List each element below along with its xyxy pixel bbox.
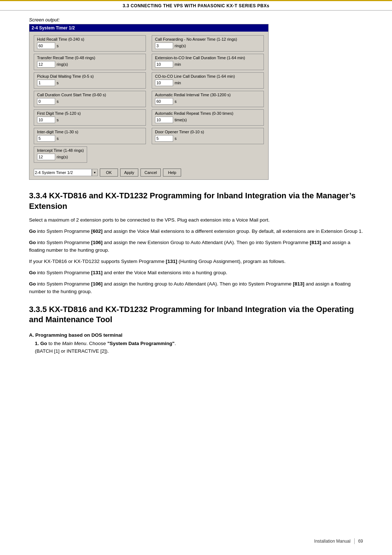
dialog-titlebar: 2-4 System Timer 1/2 [29,24,268,32]
footer-divider [354,538,355,544]
field-call-fwd-label: Call Forwarding - No Answer Time (1-12 r… [155,37,261,41]
btn-help[interactable]: Help [163,169,181,177]
field-inter-digit: Inter-digit Time (1-30 s) s [34,128,146,144]
section-334-para-2: Go into System Programme [602] and assig… [29,228,363,235]
field-call-dur-count-label: Call Duration Count Start Time (0-60 s) [37,93,143,97]
field-door-opener-input[interactable] [155,135,173,142]
field-co-co-input[interactable] [155,80,173,86]
field-redial-repeat-label: Automatic Redial Repeat Times (0-30 time… [155,111,261,116]
field-door-opener-unit: s [175,136,177,141]
field-transfer-recall: Transfer Recall Time (0-48 rings) ring(s… [34,54,146,70]
field-call-dur-count-input[interactable] [37,98,55,105]
field-call-fwd-row: ring(s) [155,42,261,49]
section-335-sub-a: A. Programming based on DOS terminal [29,332,363,338]
field-pickup-dial: Pickup Dial Waiting Time (0-5 s) s [34,72,146,89]
field-call-dur-count-row: s [37,98,143,105]
field-co-co-row: min [155,80,261,86]
field-redial-interval-input[interactable] [155,98,173,105]
field-co-co: CO-to-CO Line Call Duration Time (1-64 m… [152,72,264,89]
field-ext-co: Extension-to-CO line Call Duration Time … [152,54,264,70]
field-transfer-recall-input[interactable] [37,61,55,68]
field-co-co-label: CO-to-CO Line Call Duration Time (1-64 m… [155,74,261,78]
field-call-fwd: Call Forwarding - No Answer Time (1-12 r… [152,35,264,52]
field-intercept-input[interactable] [37,154,55,160]
field-redial-interval: Automatic Redial Interval Time (30-1200 … [152,91,264,107]
section-334-heading: 3.3.4 KX-TD816 and KX-TD1232 Programming… [29,191,363,211]
field-redial-interval-label: Automatic Redial Interval Time (30-1200 … [155,93,261,97]
btn-cancel[interactable]: Cancel [140,169,161,177]
field-intercept: Intercept Time (1-48 rings) ring(s) [34,146,87,163]
dialog-fields-bottom: Intercept Time (1-48 rings) ring(s) [34,146,264,163]
field-call-fwd-unit: ring(s) [175,44,186,48]
page-header: 3.3 CONNECTING THE VPS WITH PANASONIC KX… [0,0,392,11]
field-intercept-label: Intercept Time (1-48 rings) [37,148,84,153]
field-transfer-recall-unit: ring(s) [57,62,68,66]
field-hold-recall-input[interactable] [37,42,55,49]
field-pickup-dial-unit: s [57,81,59,85]
field-first-digit: First Digit Time (5-120 s) s [34,109,146,126]
field-inter-digit-row: s [37,135,143,142]
field-redial-interval-row: s [155,98,261,105]
header-title: 3.3 CONNECTING THE VPS WITH PANASONIC KX… [123,3,269,8]
field-hold-recall-label: Hold Recall Time (0-240 s) [37,37,143,41]
footer-dropdown[interactable] [34,169,92,176]
field-redial-interval-unit: s [175,99,177,104]
field-redial-repeat-row: time(s) [155,117,261,123]
footer-dropdown-wrapper: ▼ [34,169,98,176]
field-door-opener-label: Door Opener Timer (0-10 s) [155,130,261,134]
field-intercept-row: ring(s) [37,154,84,160]
field-ext-co-label: Extension-to-CO line Call Duration Time … [155,56,261,60]
screen-output-label: Screen output: [29,17,363,23]
field-first-digit-unit: s [57,118,59,122]
field-ext-co-input[interactable] [155,61,173,68]
field-ext-co-row: min [155,61,261,68]
field-co-co-unit: min [175,81,181,85]
section-334-para-5: Go into System Programme [131] and enter… [29,269,363,277]
field-pickup-dial-row: s [37,80,143,86]
field-ext-co-unit: min [175,62,181,66]
section-335-heading: 3.3.5 KX-TD816 and KX-TD1232 Programming… [29,304,363,325]
field-pickup-dial-input[interactable] [37,80,55,86]
field-transfer-recall-label: Transfer Recall Time (0-48 rings) [37,56,143,60]
page-footer: Installation Manual 69 [314,538,363,544]
btn-apply[interactable]: Apply [120,169,138,177]
field-hold-recall-unit: s [57,44,59,48]
field-first-digit-row: s [37,117,143,123]
field-door-opener: Door Opener Timer (0-10 s) s [152,128,264,144]
footer-page: 69 [358,539,363,544]
field-hold-recall-row: s [37,42,143,49]
dialog-window: 2-4 System Timer 1/2 Hold Recall Time (0… [29,24,269,180]
dialog-footer: ▼ OK Apply Cancel Help [29,166,268,179]
field-call-dur-count-unit: s [57,99,59,104]
dialog-body: Hold Recall Time (0-240 s) s Call Forwar… [29,32,268,166]
field-first-digit-label: First Digit Time (5-120 s) [37,111,143,116]
field-call-fwd-input[interactable] [155,42,173,49]
field-intercept-unit: ring(s) [57,155,68,159]
field-inter-digit-input[interactable] [37,135,55,142]
field-redial-repeat-input[interactable] [155,117,173,123]
field-transfer-recall-row: ring(s) [37,61,143,68]
field-inter-digit-label: Inter-digit Time (1-30 s) [37,130,143,134]
field-redial-repeat: Automatic Redial Repeat Times (0-30 time… [152,109,264,126]
footer-label: Installation Manual [314,539,351,544]
footer-dropdown-arrow[interactable]: ▼ [92,169,98,176]
dialog-fields-grid: Hold Recall Time (0-240 s) s Call Forwar… [34,35,264,144]
numbered-item-1: 1. Go to the Main Menu. Choose "System D… [35,340,363,355]
section-334-para-3: Go into System Programme [106] and assig… [29,239,363,254]
btn-ok[interactable]: OK [100,169,118,177]
field-redial-repeat-unit: time(s) [175,118,187,122]
field-door-opener-row: s [155,135,261,142]
field-inter-digit-unit: s [57,136,59,141]
page-content: Screen output: 2-4 System Timer 1/2 Hold… [0,17,392,371]
section-334-para-1: Select a maximum of 2 extension ports to… [29,216,363,224]
field-hold-recall: Hold Recall Time (0-240 s) s [34,35,146,52]
field-pickup-dial-label: Pickup Dial Waiting Time (0-5 s) [37,74,143,78]
field-first-digit-input[interactable] [37,117,55,123]
field-call-dur-count: Call Duration Count Start Time (0-60 s) … [34,91,146,107]
section-334-para-4: If your KX-TD816 or KX-TD1232 supports S… [29,258,363,266]
section-334-para-6: Go into System Programme [106] and assig… [29,280,363,296]
